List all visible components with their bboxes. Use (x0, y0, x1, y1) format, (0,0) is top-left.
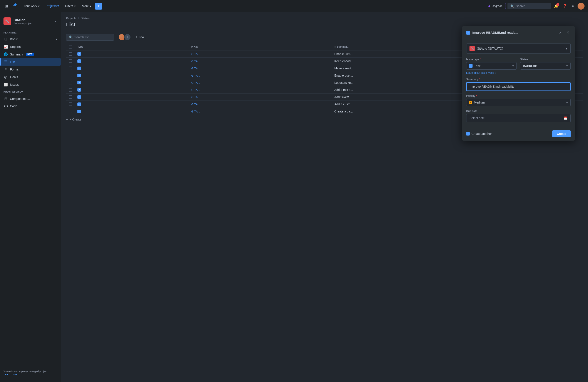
sidebar-item-list[interactable]: ☰ List (0, 58, 61, 66)
search-icon: 🔍 (69, 36, 73, 39)
priority-field: Priority * = Medium ▾ (466, 94, 571, 106)
sidebar-item-components[interactable]: ⊟ Components... (0, 95, 61, 103)
type-check-icon: ✓ (77, 88, 81, 92)
sidebar-item-issues[interactable]: ⬜ Issues (0, 81, 61, 88)
row-key: GITA... (189, 101, 332, 108)
checkbox-checked-icon: ✓ (466, 132, 470, 135)
issue-key[interactable]: GITA... (191, 110, 200, 113)
row-checkbox[interactable] (69, 88, 72, 92)
components-icon: ⊟ (3, 97, 8, 101)
panel-expand-button[interactable]: ⤢ (558, 30, 563, 35)
row-checkbox[interactable] (69, 66, 72, 70)
type-check-icon: ✓ (77, 66, 81, 70)
required-star: * (476, 94, 477, 97)
issue-key[interactable]: GITA... (191, 95, 200, 99)
learn-more-link[interactable]: Learn more (3, 373, 17, 376)
row-type: ✓ (75, 101, 189, 108)
add-avatar-button[interactable]: + (124, 34, 131, 41)
status-select[interactable]: BACKLOG ▾ (520, 62, 571, 70)
chevron-down-icon: ▾ (512, 64, 514, 68)
expand-icon: ▾ (56, 38, 57, 41)
project-select[interactable]: 🔧 GitAuto (GITAUTO) ▾ (466, 43, 571, 54)
create-issue-button[interactable]: Create (552, 130, 571, 137)
expand-icon: ⤢ (559, 31, 562, 34)
issue-key[interactable]: GITA... (191, 74, 200, 77)
nav-projects[interactable]: Projects ▾ (43, 3, 61, 9)
row-checkbox[interactable] (69, 59, 72, 63)
issue-key[interactable]: GITA... (191, 52, 200, 56)
settings-button[interactable]: ⚙ (570, 3, 576, 9)
type-check-icon: ✓ (77, 52, 81, 56)
grid-icon[interactable]: ⊞ (3, 2, 9, 10)
issue-key[interactable]: GITA... (191, 103, 200, 106)
row-checkbox[interactable] (69, 103, 72, 106)
row-checkbox[interactable] (69, 81, 72, 85)
notification-button[interactable]: 🔔 1 (553, 3, 560, 9)
sidebar-item-board[interactable]: ⊡ Board ▾ (0, 35, 61, 43)
header-key: # Key (189, 43, 332, 50)
row-checkbox[interactable] (69, 74, 72, 77)
new-badge: NEW (26, 53, 34, 56)
row-checkbox[interactable] (69, 110, 72, 113)
user-avatar[interactable] (578, 3, 585, 10)
nav-your-work[interactable]: Your work ▾ (21, 3, 42, 9)
search-box[interactable]: 🔍 Search (507, 3, 551, 9)
due-date-field: Due date Select date 📅 (466, 110, 571, 122)
nav-more[interactable]: More ▾ (80, 3, 93, 9)
key-icon: # (191, 45, 193, 48)
sidebar-item-forms[interactable]: ≡ Forms (0, 66, 61, 73)
sidebar: 🔧 GitAuto Software project ‹ PLANNING ⊡ … (0, 12, 61, 382)
row-checkbox-cell (66, 50, 75, 58)
task-check-icon: ✓ (469, 64, 473, 68)
sidebar-footer: You're in a company-managed project Lear… (0, 367, 61, 379)
row-key: GITA... (189, 65, 332, 72)
priority-select[interactable]: = Medium ▾ (466, 99, 571, 106)
header-checkbox (66, 43, 75, 50)
sidebar-item-summary[interactable]: 🌐 Summary NEW (0, 50, 61, 58)
row-checkbox-cell (66, 94, 75, 101)
row-type: ✓ (75, 58, 189, 65)
breadcrumb-gitauto[interactable]: GitAuto (81, 17, 90, 20)
panel-header-checkbox: ✓ (466, 31, 470, 35)
sidebar-item-goals[interactable]: ◎ Goals (0, 73, 61, 81)
project-header: 🔧 GitAuto Software project ‹ (0, 16, 61, 29)
create-button[interactable]: + (95, 3, 102, 10)
nav-filters[interactable]: Filters ▾ (63, 3, 78, 9)
row-key: GITA... (189, 86, 332, 94)
row-checkbox[interactable] (69, 52, 72, 56)
close-icon: ✕ (567, 30, 569, 35)
issue-key[interactable]: GITA... (191, 67, 200, 70)
issue-key[interactable]: GITA... (191, 81, 200, 85)
type-status-row: Issue type * ✓ Task ▾ Status BACKLOG ▾ (466, 58, 571, 70)
row-type: ✓ (75, 65, 189, 72)
chevron-down-icon: ▾ (38, 4, 40, 8)
type-check-icon: ✓ (77, 81, 81, 85)
summary-icon: ≡ (335, 45, 336, 48)
chevron-down-icon: ▾ (566, 47, 567, 50)
row-key: GITA... (189, 50, 332, 58)
learn-issue-types-link[interactable]: Learn about issue types ↗ (466, 71, 571, 74)
summary-input[interactable] (466, 82, 571, 91)
issue-type-select[interactable]: ✓ Task ▾ (466, 62, 517, 70)
sidebar-item-reports[interactable]: 📈 Reports (0, 43, 61, 50)
sidebar-collapse-button[interactable]: ‹ (54, 19, 57, 24)
row-checkbox[interactable] (69, 95, 72, 99)
row-type: ✓ (75, 79, 189, 86)
issue-key[interactable]: GITA... (191, 60, 200, 63)
select-all-checkbox[interactable] (69, 45, 72, 48)
panel-close-button[interactable]: ✕ (565, 30, 571, 36)
breadcrumb-projects[interactable]: Projects (66, 17, 76, 20)
due-date-input[interactable]: Select date 📅 (466, 114, 571, 122)
panel-footer: ✓ Create another Create (462, 127, 575, 141)
create-another-checkbox[interactable]: ✓ Create another (466, 132, 492, 135)
issue-key[interactable]: GITA... (191, 88, 200, 92)
avatar-group: + (118, 34, 131, 41)
share-button[interactable]: ⤴ Sha... (133, 34, 149, 40)
sidebar-item-code[interactable]: </> Code (0, 103, 61, 110)
search-list-input[interactable]: 🔍 Search list (66, 34, 114, 41)
upgrade-button[interactable]: ◆ Upgrade (485, 3, 506, 9)
project-name: GitAuto (14, 18, 32, 22)
help-button[interactable]: ❓ (562, 3, 568, 9)
row-key: GITA... (189, 108, 332, 115)
panel-minimize-button[interactable]: — (549, 30, 556, 36)
